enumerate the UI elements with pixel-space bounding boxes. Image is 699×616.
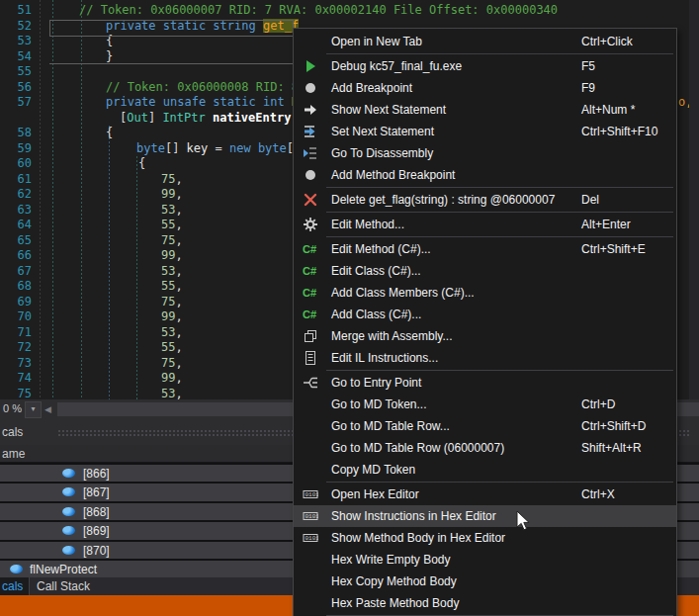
menu-item-label: Hex Write Empty Body [331, 553, 450, 567]
line-number: 75 [0, 387, 32, 400]
csharp-icon: C# [303, 241, 318, 257]
menu-item-edit-method-c[interactable]: C#Edit Method (C#)...Ctrl+Shift+E [294, 238, 676, 260]
menu-item-edit-class-c[interactable]: C#Edit Class (C#)... [294, 260, 676, 282]
line-number: 53 [0, 34, 32, 49]
menu-item-go-to-disassembly[interactable]: Go To Disassembly [294, 142, 676, 164]
code-token: 99 [161, 187, 175, 201]
menu-item-shortcut: Ctrl+Click [581, 35, 633, 48]
menu-item-open-in-new-tab[interactable]: Open in New TabCtrl+Click [294, 31, 676, 52]
empty-icon [303, 440, 318, 456]
menu-separator [326, 187, 673, 188]
menu-item-edit-method[interactable]: Edit Method...Alt+Enter [294, 214, 676, 235]
tab-call-stack[interactable]: Call Stack [25, 577, 102, 595]
menu-item-hex-write-empty-body[interactable]: Hex Write Empty Body [294, 549, 676, 571]
line-number: 70 [0, 309, 32, 325]
line-number: 69 [0, 295, 32, 310]
menu-item-add-class-members-c[interactable]: C#Add Class Members (C#)... [294, 282, 676, 304]
line-number: 54 [0, 49, 32, 65]
code-token [206, 111, 213, 125]
empty-icon [303, 573, 318, 589]
menu-item-set-next-statement[interactable]: Set Next StatementCtrl+Shift+F10 [294, 121, 676, 142]
menu-item-hex-paste-method-body[interactable]: Hex Paste Method Body [294, 592, 676, 614]
code-token: , [175, 309, 182, 323]
menu-separator [326, 212, 673, 213]
code-token: , [175, 233, 182, 247]
code-token: , [175, 264, 182, 278]
csharp-icon: C# [303, 285, 318, 301]
editor-vertical-scrollbar[interactable] [689, 0, 699, 399]
field-icon [62, 507, 75, 516]
menu-item-delete-get-flag-string-string-06000007[interactable]: Delete get_flag(string) : string @060000… [294, 189, 676, 211]
code-token: = [208, 141, 229, 155]
line-number: 66 [0, 248, 32, 264]
menu-item-label: Show Next Statement [331, 103, 446, 117]
set-next-icon [303, 124, 318, 139]
code-token: 99 [161, 371, 175, 385]
menu-item-debug-kc57-final-fu-exe[interactable]: Debug kc57_final_fu.exeF5 [294, 55, 676, 77]
zoom-dropdown-button[interactable]: ▾ [25, 401, 42, 418]
play-icon [303, 58, 318, 74]
code-token: 53 [161, 325, 175, 339]
breakpoint-icon [303, 167, 318, 183]
menu-item-shortcut: Ctrl+X [581, 487, 615, 501]
code-token: , [175, 218, 182, 231]
code-token: 55 [161, 279, 175, 293]
menu-item-label: Show Method Body in Hex Editor [331, 531, 505, 545]
hex-icon: 0101 [303, 530, 318, 546]
menu-item-add-breakpoint[interactable]: Add BreakpointF9 [294, 77, 676, 99]
svg-text:C#: C# [303, 287, 316, 299]
code-token: { [106, 34, 113, 47]
empty-icon [303, 418, 318, 434]
menu-item-show-instructions-in-hex-editor[interactable]: 0101Show Instructions in Hex Editor [294, 505, 676, 527]
code-token: 53 [161, 387, 175, 400]
menu-item-add-class-c[interactable]: C#Add Class (C#)... [294, 304, 676, 325]
empty-icon [303, 595, 318, 611]
line-number: 59 [0, 141, 32, 157]
menu-item-label: Add Breakpoint [331, 81, 412, 95]
menu-item-go-to-md-table-row[interactable]: Go to MD Table Row...Ctrl+Shift+D [294, 415, 676, 437]
arrow-right-icon [303, 102, 318, 118]
svg-text:C#: C# [303, 308, 316, 320]
menu-item-label: Set Next Statement [331, 125, 434, 138]
locals-row-label: [866] [83, 467, 110, 481]
code-token: 99 [161, 248, 175, 262]
menu-item-label: Copy MD Token [331, 463, 415, 477]
menu-item-show-method-body-in-hex-editor[interactable]: 0101Show Method Body in Hex Editor [294, 527, 676, 549]
dnspy-window: 5051// Token: 0x06000007 RID: 7 RVA: 0x0… [0, 0, 699, 616]
svg-text:0101: 0101 [306, 535, 319, 542]
menu-item-show-next-statement[interactable]: Show Next StatementAlt+Num * [294, 99, 676, 121]
menu-item-open-hex-editor[interactable]: 0101Open Hex EditorCtrl+X [294, 484, 676, 505]
code-token: , [175, 295, 182, 308]
line-number: 72 [0, 340, 32, 356]
menu-item-label: Edit Method... [331, 218, 404, 231]
menu-item-shortcut: Ctrl+Shift+E [581, 242, 646, 256]
menu-item-shortcut: Shift+Alt+R [581, 441, 642, 455]
scroll-left-arrow-icon[interactable]: ◀ [44, 404, 51, 414]
menu-item-hex-copy-method-body[interactable]: Hex Copy Method Body [294, 571, 676, 592]
menu-item-go-to-md-token[interactable]: Go to MD Token...Ctrl+D [294, 394, 676, 415]
menu-item-go-to-entry-point[interactable]: Go to Entry Point [294, 372, 676, 394]
menu-item-add-method-breakpoint[interactable]: Add Method Breakpoint [294, 164, 676, 186]
code-token: , [175, 387, 182, 400]
menu-item-shortcut: F9 [581, 81, 595, 95]
code-token: 75 [161, 356, 175, 370]
svg-text:C#: C# [303, 243, 316, 255]
line-number: 64 [0, 218, 32, 233]
menu-item-edit-il-instructions[interactable]: Edit IL Instructions... [294, 347, 676, 369]
code-token: 75 [161, 295, 175, 308]
menu-item-shortcut: F5 [581, 59, 595, 73]
code-token: byte [258, 141, 287, 155]
menu-item-go-to-md-table-row-06000007[interactable]: Go to MD Table Row (06000007)Shift+Alt+R [294, 437, 676, 459]
code-token: , [175, 172, 182, 186]
menu-item-label: Delete get_flag(string) : string @060000… [331, 193, 555, 207]
code-token: byte [136, 141, 165, 155]
code-token: private unsafe static int [106, 95, 292, 109]
menu-item-label: Hex Paste Method Body [331, 596, 459, 610]
menu-item-copy-md-token[interactable]: Copy MD Token [294, 459, 676, 481]
code-token: nativeEntry [213, 111, 291, 125]
code-token: // Token: 0x06000007 RID: 7 RVA: 0x00002… [79, 3, 558, 17]
menu-item-label: Go To Disassembly [331, 146, 433, 160]
locals-row-label: [868] [83, 505, 110, 519]
menu-item-merge-with-assembly[interactable]: Merge with Assembly... [294, 325, 676, 347]
code-line[interactable]: 51// Token: 0x06000007 RID: 7 RVA: 0x000… [0, 3, 699, 19]
